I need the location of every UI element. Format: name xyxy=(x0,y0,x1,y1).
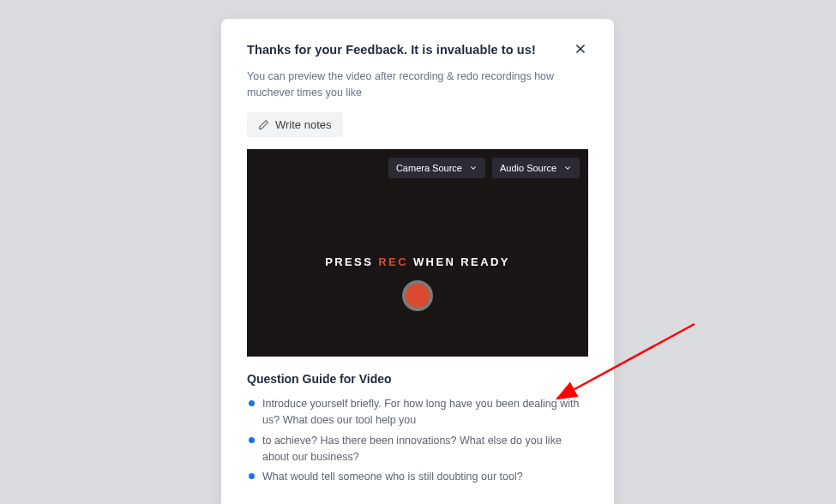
rec-text: REC xyxy=(378,255,408,268)
camera-source-label: Camera Source xyxy=(396,163,462,173)
close-button[interactable] xyxy=(573,41,588,57)
audio-source-label: Audio Source xyxy=(500,163,556,173)
ready-text: WHEN READY xyxy=(408,255,510,268)
pencil-icon xyxy=(258,119,269,130)
chevron-down-icon xyxy=(469,164,478,172)
chevron-down-icon xyxy=(563,164,572,172)
video-preview-area: Camera Source Audio Source PRESS REC WHE… xyxy=(247,149,588,357)
list-item: What would tell someone who is still dou… xyxy=(247,469,588,485)
modal-subtitle: You can preview the video after recordin… xyxy=(247,69,588,102)
question-guide-list: Introduce yourself briefly. For how long… xyxy=(247,396,588,486)
question-guide-title: Question Guide for Video xyxy=(247,372,588,386)
press-text: PRESS xyxy=(325,255,378,268)
close-icon xyxy=(574,43,586,55)
list-item: to achieve? Has there been innovations? … xyxy=(247,433,588,466)
modal-header: Thanks for your Feedback. It is invaluab… xyxy=(247,43,588,57)
audio-source-dropdown[interactable]: Audio Source xyxy=(492,158,580,178)
write-notes-label: Write notes xyxy=(275,118,332,131)
camera-source-dropdown[interactable]: Camera Source xyxy=(388,158,485,178)
record-prompt: PRESS REC WHEN READY xyxy=(247,255,588,268)
list-item: Introduce yourself briefly. For how long… xyxy=(247,396,588,429)
record-button[interactable] xyxy=(402,280,433,311)
source-controls: Camera Source Audio Source xyxy=(388,158,580,178)
feedback-modal: Thanks for your Feedback. It is invaluab… xyxy=(221,19,614,504)
write-notes-button[interactable]: Write notes xyxy=(247,112,343,137)
modal-title: Thanks for your Feedback. It is invaluab… xyxy=(247,43,536,57)
